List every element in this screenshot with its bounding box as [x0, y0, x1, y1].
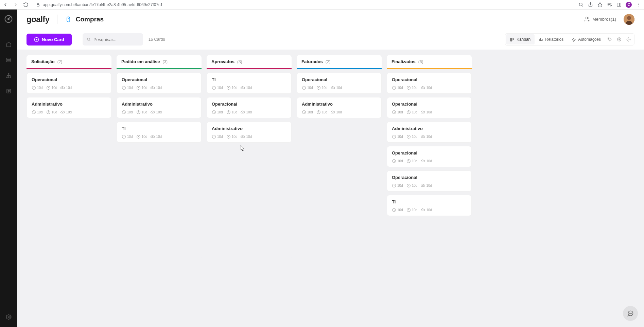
- svg-rect-39: [511, 38, 512, 41]
- user-avatar[interactable]: [624, 14, 634, 25]
- kanban-card[interactable]: Operacional10d10d10d: [387, 73, 472, 94]
- card-meta: 10d10d10d: [392, 86, 467, 90]
- kanban-card[interactable]: TI10d10d10d: [207, 73, 292, 94]
- column-count: (2): [326, 59, 331, 64]
- column-header[interactable]: Pedido em análise(3): [117, 55, 202, 69]
- menu-icon[interactable]: [636, 2, 641, 7]
- kanban-column: Aprovados(3)TI10d10d10dOperacional10d10d…: [207, 55, 292, 259]
- meta-item: 10d: [151, 134, 162, 139]
- meta-item: 10d: [392, 86, 403, 90]
- goalfy-logo-icon[interactable]: [4, 14, 13, 24]
- zoom-icon[interactable]: [578, 2, 584, 7]
- column-header[interactable]: Faturados(2): [297, 55, 382, 69]
- kanban-card[interactable]: Operacional10d10d10d: [27, 73, 111, 94]
- card-meta: 10d10d10d: [212, 134, 286, 139]
- card-title: Operacional: [392, 102, 467, 107]
- card-title: Administrativo: [122, 102, 196, 107]
- svg-marker-4: [598, 2, 602, 6]
- address-bar[interactable]: app.goalfy.com.br/kanban/fe17bf4f-e2a8-4…: [33, 2, 574, 7]
- members-button[interactable]: Membros(1): [581, 14, 620, 24]
- orgchart-icon[interactable]: [2, 69, 15, 82]
- card-title: Administrativo: [392, 126, 467, 131]
- kanban-card[interactable]: Administrativo10d10d10d: [27, 97, 111, 118]
- column-body[interactable]: TI10d10d10dOperacional10d10d10dAdministr…: [207, 69, 292, 259]
- meta-item: 10d: [406, 110, 418, 114]
- share-icon[interactable]: [588, 2, 593, 7]
- kanban-card[interactable]: Operacional10d10d10d: [207, 97, 292, 118]
- database-icon[interactable]: [2, 53, 15, 67]
- profile-badge[interactable]: C: [626, 2, 632, 8]
- column-body[interactable]: Operacional10d10d10dAdministrativo10d10d…: [27, 69, 111, 259]
- kanban-card[interactable]: TI10d10d10d: [117, 122, 202, 143]
- back-button[interactable]: [3, 2, 8, 7]
- star-icon[interactable]: [597, 2, 603, 7]
- meta-item: 10d: [136, 110, 147, 114]
- panel-icon[interactable]: [616, 2, 622, 7]
- sidebar-nav: [0, 10, 17, 327]
- meta-item: 10d: [32, 86, 43, 90]
- chat-fab[interactable]: [623, 306, 638, 321]
- card-meta: 10d10d10d: [122, 110, 196, 114]
- meta-item: 10d: [302, 86, 313, 90]
- home-icon[interactable]: [2, 37, 15, 51]
- column-title: Pedido em análise: [121, 59, 160, 64]
- filter-icon[interactable]: [614, 35, 624, 44]
- tab-reports-label: Relatórios: [545, 37, 563, 42]
- card-meta: 10d10d10d: [32, 86, 106, 90]
- reload-button[interactable]: [23, 2, 29, 7]
- kanban-card[interactable]: Operacional10d10d10d: [387, 97, 472, 118]
- column-body[interactable]: Operacional10d10d10dOperacional10d10d10d…: [387, 69, 472, 259]
- tab-reports[interactable]: Relatórios: [535, 34, 568, 44]
- kanban-card[interactable]: Administrativo10d10d10d: [297, 97, 382, 118]
- column-count: (6): [418, 59, 423, 64]
- forward-button[interactable]: [13, 2, 18, 7]
- kanban-card[interactable]: Operacional10d10d10d: [387, 146, 472, 167]
- playlist-icon[interactable]: [607, 2, 612, 7]
- kanban-board: Solicitação(2)Operacional10d10d10dAdmini…: [27, 55, 634, 259]
- kanban-card[interactable]: Administrativo10d10d10d: [117, 97, 202, 118]
- kanban-card[interactable]: Operacional10d10d10d: [297, 73, 382, 94]
- search-wrap[interactable]: [83, 33, 143, 46]
- svg-rect-17: [6, 59, 11, 60]
- kanban-card[interactable]: Operacional10d10d10d: [387, 170, 472, 192]
- card-meta: 10d10d10d: [302, 110, 377, 114]
- browser-chrome: app.goalfy.com.br/kanban/fe17bf4f-e2a8-4…: [0, 0, 644, 10]
- meta-item: 10d: [212, 134, 223, 139]
- column-header[interactable]: Aprovados(3): [207, 55, 292, 69]
- toolbar: Novo Card 16 Cards Kanban Relatórios Au: [17, 29, 644, 50]
- meta-item: 10d: [406, 208, 418, 212]
- tab-kanban-label: Kanban: [517, 37, 530, 42]
- svg-point-21: [8, 77, 9, 78]
- svg-point-103: [631, 313, 632, 313]
- column-header[interactable]: Solicitação(2): [27, 55, 111, 69]
- article-icon[interactable]: [2, 84, 15, 98]
- column-body[interactable]: Operacional10d10d10dAdministrativo10d10d…: [117, 69, 202, 259]
- column-header[interactable]: Finalizados(6): [387, 55, 472, 69]
- column-body[interactable]: Operacional10d10d10dAdministrativo10d10d…: [297, 69, 382, 259]
- meta-item: 10d: [241, 110, 252, 114]
- tab-kanban[interactable]: Kanban: [506, 34, 535, 44]
- card-title: Administrativo: [212, 126, 286, 131]
- new-card-button[interactable]: Novo Card: [27, 34, 72, 46]
- card-meta: 10d10d10d: [212, 110, 286, 114]
- tab-automations[interactable]: Automações: [568, 34, 605, 44]
- svg-point-47: [609, 38, 609, 39]
- meta-item: 10d: [136, 134, 147, 139]
- meta-item: 10d: [392, 183, 403, 188]
- settings-gear-icon[interactable]: [2, 310, 15, 324]
- tag-icon[interactable]: [605, 35, 614, 44]
- meta-item: 10d: [212, 86, 223, 90]
- svg-point-32: [627, 16, 631, 20]
- meta-item: 10d: [226, 86, 238, 90]
- kanban-card[interactable]: Administrativo10d10d10d: [207, 122, 292, 143]
- search-input[interactable]: [93, 37, 139, 42]
- card-title: TI: [122, 126, 196, 131]
- card-title: Operacional: [122, 77, 196, 82]
- kanban-card[interactable]: Ti10d10d10d: [387, 195, 472, 216]
- divider: [57, 15, 57, 24]
- view-tabs: Kanban Relatórios Automações: [505, 33, 634, 46]
- kanban-card[interactable]: Operacional10d10d10d: [117, 73, 202, 94]
- gear-icon[interactable]: [624, 35, 633, 44]
- brand-logo[interactable]: goalfy: [27, 15, 50, 24]
- kanban-card[interactable]: Administrativo10d10d10d: [387, 122, 472, 143]
